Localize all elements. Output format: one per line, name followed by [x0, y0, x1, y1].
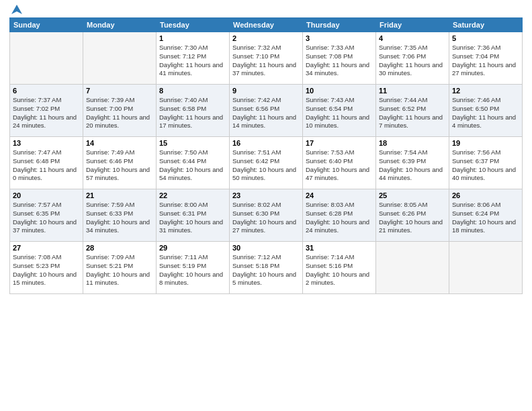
calendar-cell: 17Sunrise: 7:53 AMSunset: 6:40 PMDayligh… [303, 137, 376, 189]
day-number: 22 [159, 191, 226, 199]
day-info: Sunrise: 7:43 AMSunset: 6:54 PMDaylight:… [306, 96, 373, 130]
day-number: 10 [306, 87, 373, 95]
day-number: 3 [306, 34, 373, 42]
day-info: Sunrise: 7:37 AMSunset: 7:02 PMDaylight:… [13, 96, 80, 130]
day-info: Sunrise: 7:46 AMSunset: 6:50 PMDaylight:… [452, 96, 519, 130]
calendar-cell: 14Sunrise: 7:49 AMSunset: 6:46 PMDayligh… [83, 137, 157, 189]
calendar-cell: 19Sunrise: 7:56 AMSunset: 6:37 PMDayligh… [449, 137, 523, 189]
weekday-header-tuesday: Tuesday [157, 18, 230, 32]
calendar-cell: 6Sunrise: 7:37 AMSunset: 7:02 PMDaylight… [10, 85, 83, 137]
day-number: 17 [306, 139, 373, 147]
calendar-cell: 2Sunrise: 7:32 AMSunset: 7:10 PMDaylight… [230, 32, 303, 85]
calendar-cell [376, 242, 449, 294]
day-number: 14 [86, 139, 153, 147]
calendar-cell: 27Sunrise: 7:08 AMSunset: 5:23 PMDayligh… [10, 242, 83, 294]
day-number: 12 [452, 87, 519, 95]
calendar-cell: 15Sunrise: 7:50 AMSunset: 6:44 PMDayligh… [157, 137, 230, 189]
calendar-cell: 8Sunrise: 7:40 AMSunset: 6:58 PMDaylight… [157, 85, 230, 137]
calendar-cell: 26Sunrise: 8:06 AMSunset: 6:24 PMDayligh… [449, 189, 523, 242]
week-row-4: 20Sunrise: 7:57 AMSunset: 6:35 PMDayligh… [10, 189, 523, 242]
day-info: Sunrise: 7:42 AMSunset: 6:56 PMDaylight:… [232, 96, 300, 130]
day-info: Sunrise: 7:08 AMSunset: 5:23 PMDaylight:… [13, 253, 80, 287]
calendar-cell: 24Sunrise: 8:03 AMSunset: 6:28 PMDayligh… [303, 189, 376, 242]
header [9, 7, 523, 13]
day-info: Sunrise: 7:54 AMSunset: 6:39 PMDaylight:… [379, 148, 446, 183]
day-number: 9 [232, 87, 300, 95]
day-number: 31 [306, 244, 373, 252]
calendar-cell: 18Sunrise: 7:54 AMSunset: 6:39 PMDayligh… [376, 137, 449, 189]
day-number: 25 [379, 191, 446, 199]
day-number: 1 [159, 34, 226, 42]
day-info: Sunrise: 7:36 AMSunset: 7:04 PMDaylight:… [452, 44, 519, 78]
day-number: 30 [232, 244, 300, 252]
day-info: Sunrise: 7:11 AMSunset: 5:19 PMDaylight:… [159, 253, 226, 287]
day-info: Sunrise: 7:09 AMSunset: 5:21 PMDaylight:… [86, 253, 153, 287]
day-info: Sunrise: 7:35 AMSunset: 7:06 PMDaylight:… [379, 44, 446, 78]
day-info: Sunrise: 7:59 AMSunset: 6:33 PMDaylight:… [86, 201, 153, 235]
day-info: Sunrise: 7:30 AMSunset: 7:12 PMDaylight:… [159, 44, 226, 78]
calendar-cell: 9Sunrise: 7:42 AMSunset: 6:56 PMDaylight… [230, 85, 303, 137]
calendar-cell: 25Sunrise: 8:05 AMSunset: 6:26 PMDayligh… [376, 189, 449, 242]
week-row-2: 6Sunrise: 7:37 AMSunset: 7:02 PMDaylight… [10, 85, 523, 137]
day-number: 21 [86, 191, 153, 199]
calendar-cell: 13Sunrise: 7:47 AMSunset: 6:48 PMDayligh… [10, 137, 83, 189]
day-number: 6 [13, 87, 80, 95]
calendar-cell: 30Sunrise: 7:12 AMSunset: 5:18 PMDayligh… [230, 242, 303, 294]
weekday-header-sunday: Sunday [10, 18, 83, 32]
day-number: 11 [379, 87, 446, 95]
day-info: Sunrise: 7:51 AMSunset: 6:42 PMDaylight:… [232, 148, 300, 183]
day-info: Sunrise: 7:32 AMSunset: 7:10 PMDaylight:… [232, 44, 300, 78]
weekday-header-wednesday: Wednesday [230, 18, 303, 32]
logo-bird-icon [11, 4, 23, 16]
day-info: Sunrise: 8:05 AMSunset: 6:26 PMDaylight:… [379, 201, 446, 235]
week-row-1: 1Sunrise: 7:30 AMSunset: 7:12 PMDaylight… [10, 32, 523, 85]
calendar-cell: 1Sunrise: 7:30 AMSunset: 7:12 PMDaylight… [157, 32, 230, 85]
calendar-cell: 22Sunrise: 8:00 AMSunset: 6:31 PMDayligh… [157, 189, 230, 242]
calendar-cell [83, 32, 157, 85]
day-info: Sunrise: 8:06 AMSunset: 6:24 PMDaylight:… [452, 201, 519, 235]
calendar-cell: 21Sunrise: 7:59 AMSunset: 6:33 PMDayligh… [83, 189, 157, 242]
day-number: 20 [13, 191, 80, 199]
calendar-cell: 11Sunrise: 7:44 AMSunset: 6:52 PMDayligh… [376, 85, 449, 137]
day-number: 2 [232, 34, 300, 42]
calendar-cell [10, 32, 83, 85]
day-number: 8 [159, 87, 226, 95]
weekday-header-saturday: Saturday [449, 18, 523, 32]
calendar-cell: 31Sunrise: 7:14 AMSunset: 5:16 PMDayligh… [303, 242, 376, 294]
weekday-header-thursday: Thursday [303, 18, 376, 32]
calendar: SundayMondayTuesdayWednesdayThursdayFrid… [9, 17, 523, 294]
day-info: Sunrise: 7:44 AMSunset: 6:52 PMDaylight:… [379, 96, 446, 130]
calendar-cell: 12Sunrise: 7:46 AMSunset: 6:50 PMDayligh… [449, 85, 523, 137]
week-row-5: 27Sunrise: 7:08 AMSunset: 5:23 PMDayligh… [10, 242, 523, 294]
calendar-cell: 20Sunrise: 7:57 AMSunset: 6:35 PMDayligh… [10, 189, 83, 242]
calendar-cell: 16Sunrise: 7:51 AMSunset: 6:42 PMDayligh… [230, 137, 303, 189]
day-info: Sunrise: 7:12 AMSunset: 5:18 PMDaylight:… [232, 253, 300, 287]
day-info: Sunrise: 7:14 AMSunset: 5:16 PMDaylight:… [306, 253, 373, 287]
day-number: 23 [232, 191, 300, 199]
weekday-header-row: SundayMondayTuesdayWednesdayThursdayFrid… [10, 18, 523, 32]
day-info: Sunrise: 7:53 AMSunset: 6:40 PMDaylight:… [306, 148, 373, 183]
day-number: 27 [13, 244, 80, 252]
day-number: 5 [452, 34, 519, 42]
calendar-cell: 3Sunrise: 7:33 AMSunset: 7:08 PMDaylight… [303, 32, 376, 85]
day-number: 13 [13, 139, 80, 147]
day-info: Sunrise: 7:49 AMSunset: 6:46 PMDaylight:… [86, 148, 153, 183]
day-info: Sunrise: 7:33 AMSunset: 7:08 PMDaylight:… [306, 44, 373, 78]
calendar-cell: 5Sunrise: 7:36 AMSunset: 7:04 PMDaylight… [449, 32, 523, 85]
week-row-3: 13Sunrise: 7:47 AMSunset: 6:48 PMDayligh… [10, 137, 523, 189]
day-number: 26 [452, 191, 519, 199]
day-number: 16 [232, 139, 300, 147]
calendar-cell: 10Sunrise: 7:43 AMSunset: 6:54 PMDayligh… [303, 85, 376, 137]
day-number: 28 [86, 244, 153, 252]
day-number: 7 [86, 87, 153, 95]
calendar-cell: 4Sunrise: 7:35 AMSunset: 7:06 PMDaylight… [376, 32, 449, 85]
day-number: 24 [306, 191, 373, 199]
calendar-cell [449, 242, 523, 294]
day-info: Sunrise: 7:40 AMSunset: 6:58 PMDaylight:… [159, 96, 226, 130]
day-info: Sunrise: 8:00 AMSunset: 6:31 PMDaylight:… [159, 201, 226, 235]
calendar-cell: 28Sunrise: 7:09 AMSunset: 5:21 PMDayligh… [83, 242, 157, 294]
day-number: 18 [379, 139, 446, 147]
day-info: Sunrise: 8:02 AMSunset: 6:30 PMDaylight:… [232, 201, 300, 235]
calendar-cell: 7Sunrise: 7:39 AMSunset: 7:00 PMDaylight… [83, 85, 157, 137]
day-info: Sunrise: 7:57 AMSunset: 6:35 PMDaylight:… [13, 201, 80, 235]
